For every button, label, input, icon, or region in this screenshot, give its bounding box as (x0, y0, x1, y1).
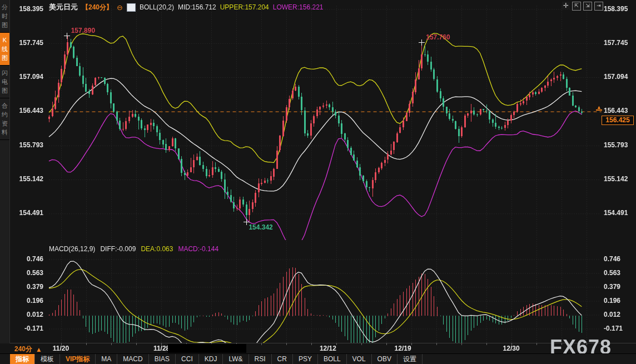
toolbar-item-RSI[interactable]: RSI (249, 354, 272, 364)
price-annotation-154.342: 154.342 (249, 223, 272, 231)
macd-axis-label-right: 0.746 (604, 255, 636, 263)
toolbar-item-OBV[interactable]: OBV (372, 354, 398, 364)
current-price-box: 156.425 (602, 116, 634, 125)
sidebar-item-contract-info[interactable]: 合约资料 (0, 98, 9, 140)
macd-axis-label-left: 0.379 (10, 283, 43, 291)
macd-axis-label-right: 0.379 (604, 283, 636, 291)
sidebar: 分时图 K线图 闪电图 合约资料 (0, 0, 10, 343)
toolbar-item-MA[interactable]: MA (96, 354, 117, 364)
macd-axis-label-right: 0.563 (604, 269, 636, 277)
y-axis-label-left: 155.793 (10, 141, 43, 149)
period-badge-label: 240分 (14, 345, 32, 354)
y-axis-label-left: 158.395 (10, 5, 43, 13)
y-axis-label-right: 155.142 (604, 175, 636, 183)
sidebar-item-kline-chart[interactable]: K线图 (0, 33, 9, 66)
y-axis-label-left: 155.142 (10, 175, 43, 183)
axis-scale-left-icon[interactable]: ⇱ (572, 2, 581, 11)
macd-axis-label-left: 0.196 (10, 297, 43, 305)
axis-scale-right-icon[interactable]: ⇲ (583, 2, 592, 11)
macd-axis-label-right: -0.171 (604, 325, 636, 332)
x-axis-date-label: 11/28 (153, 345, 170, 352)
macd-axis-label-left: 0.746 (10, 255, 43, 263)
macd-hist-value: MACD:-0.144 (178, 245, 218, 253)
symbol-name: 美元日元 (49, 2, 78, 12)
boll-mid-value: MID:156.712 (178, 3, 216, 11)
y-axis-label-left: 157.745 (10, 39, 43, 47)
boll-lower-value: LOWER:156.221 (273, 3, 324, 11)
y-axis-label-right: 154.491 (604, 209, 636, 217)
macd-diff-value: DIFF:-0.009 (100, 245, 136, 253)
toolbar-item-LW&[interactable]: LW& (223, 354, 249, 364)
sidebar-item-lightning-chart[interactable]: 闪电图 (0, 66, 9, 98)
period-label: 【240分】 (82, 3, 113, 12)
y-axis-label-left: 154.491 (10, 209, 43, 217)
macd-axis-label-left: -0.171 (10, 325, 43, 332)
macd-axis-label-left: 0.012 (10, 311, 43, 318)
toolbar-item-MACD[interactable]: MACD (117, 354, 148, 364)
bottom-toolbar: 指标模板VIP指标MAMACDBIASCCIKDJLW&RSICRPSYBOLL… (0, 353, 636, 364)
pan-crosshair-icon[interactable]: ✛ (562, 2, 570, 9)
period-badge-arrow-icon: ▲ (36, 346, 42, 353)
macd-axis-label-left: 0.563 (10, 269, 43, 277)
macd-name: MACD(26,12,9) (49, 245, 95, 253)
chart-tool-icons: ✛⇱⇲⇥ (562, 2, 603, 11)
macd-axis-label-right: 0.012 (604, 311, 636, 318)
toolbar-item-设置[interactable]: 设置 (398, 354, 423, 364)
boll-label: BOLL(20,2) (140, 3, 174, 11)
y-axis-label-right: 157.745 (604, 39, 636, 47)
x-axis-date-label: 12/30 (503, 345, 520, 352)
y-axis-label-right: 157.094 (604, 73, 636, 81)
y-axis-label-right: 156.443 (604, 107, 636, 114)
toolbar-item-模板[interactable]: 模板 (35, 354, 60, 364)
toolbar-item-CR[interactable]: CR (272, 354, 293, 364)
toolbar-item-VIP指标[interactable]: VIP指标 (60, 354, 96, 364)
price-annotation-157.760: 157.760 (426, 33, 450, 41)
y-axis-label-right: 155.793 (604, 141, 636, 149)
boll-upper-value: UPPER:157.204 (220, 3, 269, 11)
period-badge[interactable]: 240分 ▲ (14, 345, 42, 354)
price-arrow-marker: ▲ (596, 105, 602, 111)
price-annotation-157.890: 157.890 (71, 27, 95, 34)
collapse-icon[interactable]: ⊖ (117, 3, 123, 12)
y-axis-label-right: 158.395 (604, 5, 636, 13)
x-axis-date-label: 12/12 (320, 345, 336, 352)
reset-zoom-icon[interactable]: ⇥ (594, 2, 603, 11)
toolbar-item-KDJ[interactable]: KDJ (199, 354, 223, 364)
y-axis-label-left: 157.094 (10, 73, 43, 81)
x-axis-date-label: 12/19 (395, 345, 411, 352)
macd-dea-value: DEA:0.063 (141, 245, 173, 253)
toolbar-item-BIAS[interactable]: BIAS (149, 354, 176, 364)
indicator-chart-icon[interactable] (127, 3, 136, 12)
macd-axis-label-right: 0.196 (604, 297, 636, 305)
chart-canvas[interactable] (0, 0, 636, 364)
chart-header: 美元日元 【240分】 ⊖ BOLL(20,2) MID:156.712 UPP… (49, 2, 323, 12)
toolbar-item-BOLL[interactable]: BOLL (318, 354, 347, 364)
crosshair-marker (419, 39, 425, 46)
toolbar-item-指标[interactable]: 指标 (10, 354, 35, 364)
toolbar-item-CCI[interactable]: CCI (176, 354, 199, 364)
toolbar-item-VOL[interactable]: VOL (347, 354, 372, 364)
crosshair-marker (64, 33, 70, 39)
toolbar-item-PSY[interactable]: PSY (293, 354, 318, 364)
x-axis-date-label: 11/20 (53, 345, 69, 352)
y-axis-label-left: 156.443 (10, 107, 43, 114)
trading-app-window: 分时图 K线图 闪电图 合约资料 美元日元 【240分】 ⊖ BOLL(20,2… (0, 0, 636, 364)
date-axis-blackout (168, 344, 246, 353)
sidebar-item-time-chart[interactable]: 分时图 (0, 0, 9, 33)
macd-header: MACD(26,12,9) DIFF:-0.009 DEA:0.063 MACD… (49, 245, 218, 253)
